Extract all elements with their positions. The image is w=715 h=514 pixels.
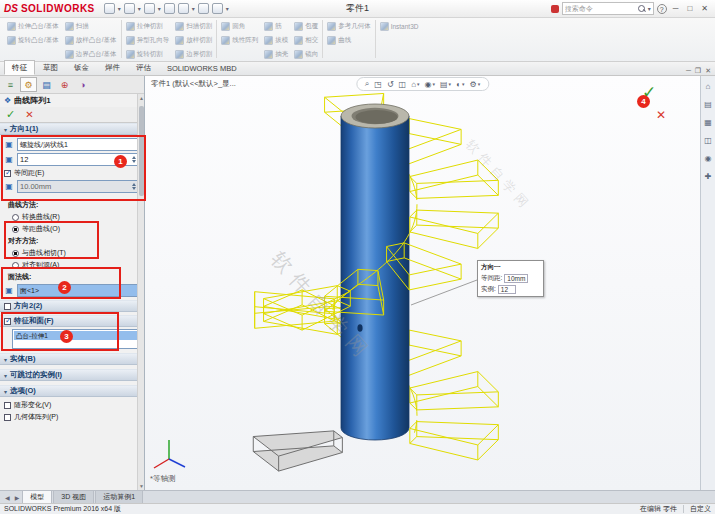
doc-minimize-icon[interactable]: ─ <box>686 67 691 75</box>
tab-scroll-right-icon[interactable]: ▶ <box>13 494 22 503</box>
ribbon-button-curves[interactable]: 曲线 <box>327 34 371 47</box>
graphics-area[interactable] <box>145 76 700 490</box>
taskpane-view-palette-icon[interactable]: ◫ <box>704 136 712 145</box>
tab-motion-study[interactable]: 运动算例1 <box>95 490 143 503</box>
confirm-ok-icon[interactable]: ✓ <box>642 82 656 103</box>
panel-scrollbar[interactable]: ▲ ▼ <box>137 94 144 490</box>
search-input[interactable] <box>565 3 635 14</box>
radio-offset-curve[interactable]: 等距曲线(O) <box>12 224 144 234</box>
skip-instances-section-header[interactable]: ▾ 可跳过的实例(I) <box>0 369 144 381</box>
bodies-section-header[interactable]: ▾ 实体(B) <box>0 353 144 365</box>
undo-caret-icon[interactable]: ▾ <box>192 5 195 12</box>
tab-3d-views[interactable]: 3D 视图 <box>53 490 94 503</box>
taskpane-custom-properties-icon[interactable]: ✚ <box>705 172 712 181</box>
tab-sheet-metal[interactable]: 钣金 <box>66 60 97 75</box>
dimxpert-tab[interactable]: ⊕ <box>56 77 73 92</box>
scroll-down-icon[interactable]: ▼ <box>138 482 145 490</box>
features-list[interactable]: 凸台-拉伸1 <box>12 329 142 349</box>
save-icon[interactable] <box>144 3 155 14</box>
radio-align-to-seed[interactable]: 对齐到源(A) <box>12 260 144 270</box>
propertymanager-tab[interactable]: ⚙ <box>20 77 37 92</box>
direction2-checkbox[interactable] <box>4 303 11 310</box>
features-section-header[interactable]: 特征和面(F) <box>0 315 144 327</box>
taskpane-appearances-icon[interactable]: ◉ <box>705 154 712 163</box>
features-checkbox[interactable] <box>4 318 11 325</box>
displaymanager-tab[interactable]: ◑ <box>74 77 91 92</box>
new-document-icon[interactable] <box>104 3 115 14</box>
options-icon[interactable] <box>212 3 223 14</box>
command-search[interactable]: ▾ <box>562 2 654 15</box>
options-section-header[interactable]: ▾ 选项(O) <box>0 385 144 397</box>
search-caret-icon[interactable]: ▾ <box>648 5 651 12</box>
close-button[interactable]: ✕ <box>698 4 711 13</box>
ribbon-button-lofted-cut[interactable]: 放样切割 <box>175 34 212 47</box>
minimize-button[interactable]: ─ <box>670 4 682 13</box>
previous-view-icon[interactable]: ↺ <box>387 80 394 89</box>
new-caret-icon[interactable]: ▾ <box>118 5 121 12</box>
scroll-up-icon[interactable]: ▲ <box>138 94 145 102</box>
view-settings-icon[interactable]: ⚙▾ <box>469 80 480 89</box>
ribbon-button-swept-cut[interactable]: 扫描切割 <box>175 20 212 33</box>
spacing-spinner[interactable] <box>130 181 137 192</box>
scrollbar-thumb[interactable] <box>139 106 144 196</box>
confirm-cancel-icon[interactable]: ✕ <box>656 108 666 122</box>
direction2-section-header[interactable]: 方向2(2) <box>0 300 144 312</box>
features-list-item[interactable]: 凸台-拉伸1 <box>14 331 140 340</box>
tab-scroll-left-icon[interactable]: ◀ <box>3 494 12 503</box>
ribbon-button-instant3d[interactable]: Instant3D <box>380 20 419 33</box>
ribbon-button-intersect[interactable]: 相交 <box>294 34 318 47</box>
radio-tangent-to-curve[interactable]: 与曲线相切(T) <box>12 248 144 258</box>
cancel-button[interactable]: ✕ <box>25 109 33 120</box>
doc-restore-icon[interactable]: ❐ <box>695 67 701 75</box>
ribbon-button-hole-wizard[interactable]: 异型孔向导 <box>126 34 170 47</box>
equal-spacing-checkbox[interactable] <box>4 170 11 177</box>
ribbon-button-boundary-cut[interactable]: 边界切割 <box>175 48 212 61</box>
rebuild-icon[interactable] <box>198 3 209 14</box>
zoom-area-icon[interactable]: ◳ <box>374 80 382 89</box>
vary-sketch-checkbox[interactable] <box>4 402 11 409</box>
appearances-icon[interactable]: ◐▾ <box>456 80 464 89</box>
tab-sketch[interactable]: 草图 <box>35 60 66 75</box>
ribbon-button-revolve-boss[interactable]: 旋转凸台/基体 <box>7 34 59 47</box>
ribbon-button-mirror[interactable]: 镜向 <box>294 48 318 61</box>
status-customize[interactable]: 自定义 <box>690 504 711 514</box>
tab-model[interactable]: 模型 <box>22 490 52 503</box>
ribbon-button-extruded-cut[interactable]: 拉伸切割 <box>126 20 170 33</box>
display-style-icon[interactable]: ◉▾ <box>425 80 436 89</box>
tab-evaluate[interactable]: 评估 <box>128 60 159 75</box>
ribbon-button-reference-geometry[interactable]: 参考几何体 <box>327 20 371 33</box>
view-orientation-icon[interactable]: ⌂▾ <box>411 80 419 89</box>
ribbon-button-rib[interactable]: 筋 <box>264 20 288 33</box>
help-flag-icon[interactable] <box>551 5 559 13</box>
ribbon-button-wrap[interactable]: 包覆 <box>294 20 318 33</box>
radio-transform-curve[interactable]: 转换曲线(R) <box>12 212 144 222</box>
featuremanager-tree-tab[interactable]: ≡ <box>2 77 19 92</box>
ok-button[interactable]: ✓ <box>6 108 15 121</box>
tab-weldments[interactable]: 焊件 <box>97 60 128 75</box>
print-icon[interactable] <box>164 3 175 14</box>
spacing-input[interactable]: 10.00mm <box>17 180 140 193</box>
option-vary-sketch[interactable]: 随形变化(V) <box>4 400 140 410</box>
callout-spacing-value[interactable]: 10mm <box>504 274 528 283</box>
callout-instances-value[interactable]: 12 <box>498 285 516 294</box>
search-icon[interactable] <box>637 4 646 13</box>
ribbon-button-extrude-boss[interactable]: 拉伸凸台/基体 <box>7 20 59 33</box>
taskpane-file-explorer-icon[interactable]: ▦ <box>704 118 712 127</box>
taskpane-design-library-icon[interactable]: ▤ <box>704 100 712 109</box>
save-caret-icon[interactable]: ▾ <box>158 5 161 12</box>
ribbon-button-sweep[interactable]: 扫描 <box>65 20 117 33</box>
graphics-viewport[interactable]: 零件1 (默认<<默认>_显... ⌕ ◳ ↺ ◫ ⌂▾ ◉▾ ▤▾ ◐▾ ⚙▾… <box>145 76 700 490</box>
open-icon[interactable] <box>124 3 135 14</box>
configurationmanager-tab[interactable]: ▤ <box>38 77 55 92</box>
open-caret-icon[interactable]: ▾ <box>138 5 141 12</box>
taskpane-resources-icon[interactable]: ⌂ <box>706 82 711 91</box>
tab-solidworks-mbd[interactable]: SOLIDWORKS MBD <box>159 61 245 75</box>
zoom-fit-icon[interactable]: ⌕ <box>365 79 369 89</box>
ribbon-button-fillet[interactable]: 圆角 <box>221 20 258 33</box>
pattern-curve-field[interactable]: 螺旋线/涡状线1 <box>17 138 140 151</box>
ribbon-button-loft-boss[interactable]: 放样凸台/基体 <box>65 34 117 47</box>
doc-close-icon[interactable]: ✕ <box>705 67 711 75</box>
instance-count-input[interactable]: 12 <box>17 153 140 166</box>
options-caret-icon[interactable]: ▾ <box>226 5 229 12</box>
option-geometry-pattern[interactable]: 几何体阵列(P) <box>4 412 140 422</box>
